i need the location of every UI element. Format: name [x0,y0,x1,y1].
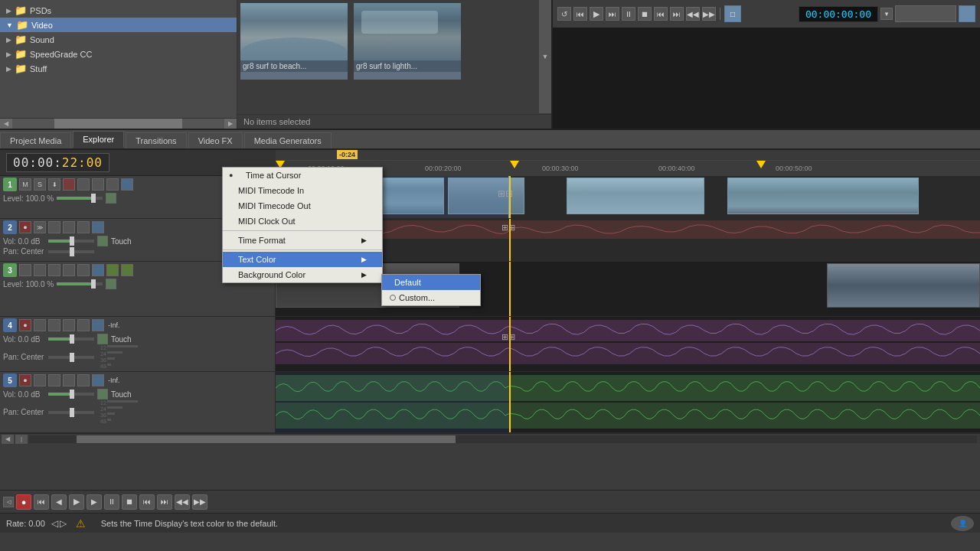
vol-thumb-5[interactable] [70,390,74,399]
slow-left-btn[interactable]: ◀◀ [175,494,190,510]
thumb-scroll-right[interactable]: ▼ [539,0,551,113]
next-frame-btn[interactable]: ▶ [87,494,102,510]
scroll-left-btn[interactable]: ◀ [0,119,12,129]
track-ctrl-f-4[interactable] [92,319,104,331]
submenu-item-default[interactable]: Default [382,275,480,290]
track-vol-slider-5[interactable] [48,393,94,396]
track-ctrl-d-3[interactable] [63,264,75,276]
play-btn[interactable]: ▶ [69,494,84,510]
preview-play-btn[interactable]: ▶ [590,7,603,21]
tab-media-generators[interactable]: Media Generators [244,132,332,148]
track-mute-1[interactable]: M [19,178,31,191]
track-ctrl-g-3[interactable] [106,264,119,276]
preview-monitor-btn[interactable]: □ [724,5,741,22]
thumbnail-2[interactable]: gr8 surf to lighth... [354,3,461,80]
pause-btn[interactable]: ⏸ [104,494,119,510]
preview-slow-left-btn[interactable]: ◀◀ [686,7,700,21]
pan-thumb-4[interactable] [70,353,74,362]
track-ctrl-b-3[interactable] [34,264,46,276]
record-btn[interactable]: ● [16,494,31,510]
track-extra-1[interactable] [106,193,116,204]
track-solo-1[interactable]: S [34,178,46,191]
timeline-timecode-display[interactable]: 00:00:22:00 [6,153,109,172]
track-ctrl-b-2[interactable]: ≫ [34,221,46,233]
preview-pause-btn[interactable]: ⏸ [622,7,635,21]
tree-item-sound[interactable]: ▶ 📁 Sound [0,32,237,47]
slider-thumb-1[interactable] [91,194,96,203]
track-ctrl-d-1[interactable] [106,178,119,191]
level-extra-3[interactable] [106,279,116,289]
track-ctrl-e-3[interactable] [77,264,90,276]
vol-extra-5[interactable] [97,389,108,399]
user-avatar[interactable]: 👤 [951,516,974,531]
pan-thumb-5[interactable] [70,408,74,417]
rewind-btn[interactable]: ⏮ [34,494,49,510]
menu-item-midi-out[interactable]: MIDI Timecode Out [223,198,382,214]
prev-frame-btn[interactable]: ◀ [51,494,67,510]
track-ctrl-e-2[interactable] [77,221,90,233]
track-vol-slider-2[interactable] [48,240,94,243]
track-ctrl-e-4[interactable] [77,319,90,331]
menu-item-bg-color[interactable]: Background Color ▶ [223,267,382,282]
track-rec-2[interactable]: ● [19,221,31,233]
pan-thumb-2[interactable] [70,247,74,256]
track-ctrl-a-1[interactable] [63,178,75,191]
tab-explorer[interactable]: Explorer [73,131,124,148]
track-ctrl-c-1[interactable] [92,178,104,191]
preview-prev-btn[interactable]: ⏮ [573,7,587,21]
loop-start-btn[interactable]: ◁ [3,497,14,507]
menu-item-midi-in[interactable]: MIDI Timecode In [223,183,382,198]
level-thumb-3[interactable] [91,279,96,289]
tab-project-media[interactable]: Project Media [0,132,71,148]
track-ctrl-b-5[interactable] [34,374,46,386]
preview-timecode[interactable]: 00:00:00:00 [799,6,878,22]
preview-rewind-btn[interactable]: ⏮ [654,7,668,21]
track-ctrl-c-5[interactable] [48,374,60,386]
track-pan-slider-5[interactable] [48,411,94,414]
track-vol-slider-4[interactable] [48,337,94,341]
track-ctrl-d-4[interactable] [63,319,75,331]
preview-btn-extra[interactable] [959,5,975,22]
track-level-slider-1[interactable] [57,197,103,200]
tree-item-stuff[interactable]: ▶ 📁 Stuff [0,61,237,76]
menu-item-midi-clock[interactable]: MIDI Clock Out [223,214,382,229]
track-ctrl-c-2[interactable] [48,221,60,233]
preview-next-btn[interactable]: ⏭ [606,7,619,21]
track-ctrl-h-3[interactable] [121,264,133,276]
tree-item-psds[interactable]: ▶ 📁 PSDs [0,3,237,18]
scroll-track[interactable] [12,119,224,129]
preview-slow-right-btn[interactable]: ▶▶ [702,7,716,21]
track-ctrl-f-5[interactable] [92,374,104,386]
track-ctrl-e-1[interactable] [121,178,133,191]
track-ctrl-f-2[interactable] [92,221,104,233]
tab-video-fx[interactable]: Video FX [188,132,243,148]
track-level-slider-3[interactable] [57,282,103,285]
next-marker-btn[interactable]: ⏭ [157,494,172,510]
stop-btn[interactable]: ⏹ [122,494,137,510]
timeline-scroll-thumb[interactable] [77,435,456,443]
video-clip-1c[interactable] [567,178,704,214]
track-ctrl-d-5[interactable] [63,374,75,386]
track-ctrl-f-3[interactable] [92,264,104,276]
preview-icon-btn[interactable]: ▼ [880,8,893,20]
prev-marker-btn[interactable]: ⏮ [139,494,155,510]
vol-extra-4[interactable] [97,334,108,344]
slow-right-btn[interactable]: ▶▶ [192,494,207,510]
resize-handle-4[interactable]: ⊞⊞ [501,332,515,342]
menu-item-time-cursor[interactable]: ● Time at Cursor [223,168,382,183]
track-rec-4[interactable]: ● [19,319,31,331]
timeline-scroll-track[interactable] [29,435,977,443]
track-ctrl-a-3[interactable] [19,264,31,276]
scroll-thumb[interactable] [54,119,181,129]
preview-ff-btn[interactable]: ⏭ [670,7,684,21]
scroll-right-btn[interactable]: ▶ [224,119,237,129]
tab-transitions[interactable]: Transitions [126,132,186,148]
track-ctrl-c-3[interactable] [48,264,60,276]
menu-item-time-format[interactable]: Time Format ▶ [223,233,382,248]
scroll-left-timeline[interactable]: ◀ [2,435,14,444]
track-pan-slider-4[interactable] [48,356,94,359]
vol-thumb-2[interactable] [70,236,74,246]
track-ctrl-d-2[interactable] [63,221,75,233]
preview-loop-btn[interactable]: ↺ [557,7,571,21]
menu-item-text-color[interactable]: Text Color ▶ [223,252,382,267]
